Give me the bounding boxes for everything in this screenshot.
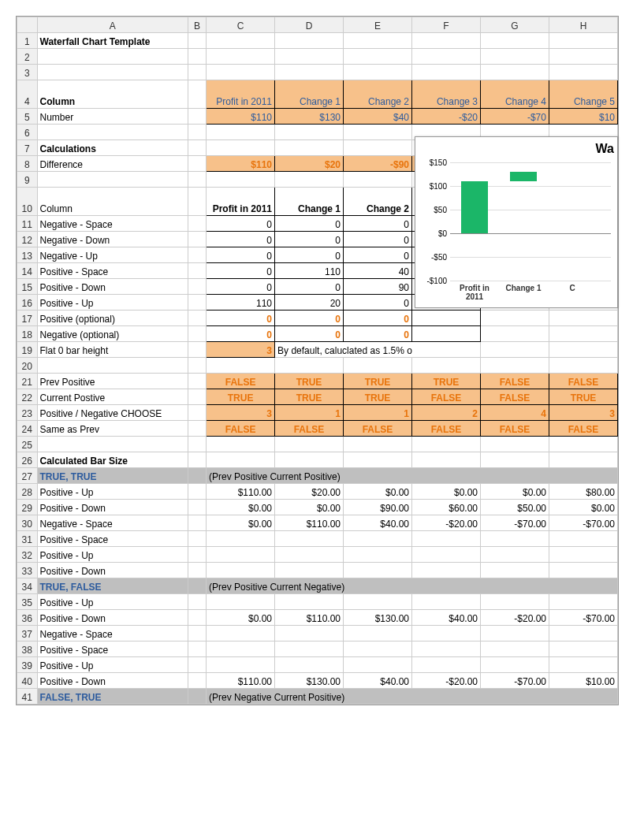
- cell[interactable]: [188, 405, 206, 421]
- cell[interactable]: [188, 389, 206, 405]
- cell[interactable]: [207, 547, 275, 563]
- cell[interactable]: 90: [344, 279, 412, 295]
- cell[interactable]: $130: [275, 109, 344, 125]
- cell[interactable]: Change 4: [481, 80, 549, 109]
- cell[interactable]: -$20.00: [412, 515, 481, 531]
- cell[interactable]: [275, 172, 344, 188]
- cell[interactable]: [37, 49, 188, 65]
- cell[interactable]: [481, 594, 549, 610]
- row-header[interactable]: 22: [17, 389, 38, 405]
- cell[interactable]: [549, 437, 617, 452]
- cell[interactable]: [188, 437, 206, 452]
- cell[interactable]: $40.00: [344, 515, 412, 531]
- cell[interactable]: [481, 547, 549, 563]
- cell[interactable]: $20: [275, 156, 344, 172]
- cell[interactable]: [344, 641, 412, 657]
- cell[interactable]: 110: [207, 295, 275, 311]
- cell[interactable]: [188, 33, 206, 49]
- cell[interactable]: 0: [344, 232, 412, 247]
- cell[interactable]: [188, 531, 206, 547]
- cell[interactable]: [207, 125, 275, 140]
- cell[interactable]: [207, 140, 275, 156]
- row-header[interactable]: 26: [17, 452, 38, 468]
- cell[interactable]: [188, 49, 206, 65]
- row-header[interactable]: 20: [17, 358, 38, 374]
- cell[interactable]: Positive - Down: [37, 279, 188, 295]
- cell[interactable]: Negative - Space: [37, 515, 188, 531]
- cell[interactable]: FALSE: [412, 421, 481, 437]
- row-header[interactable]: 25: [17, 437, 38, 452]
- cell[interactable]: [188, 563, 206, 578]
- cell[interactable]: -$70.00: [481, 515, 549, 531]
- row-header[interactable]: 1: [17, 33, 38, 49]
- cell[interactable]: [481, 358, 549, 374]
- row-header[interactable]: 11: [17, 216, 38, 232]
- cell[interactable]: $110.00: [275, 610, 344, 626]
- cell[interactable]: [481, 452, 549, 468]
- row-header[interactable]: 35: [17, 594, 38, 610]
- cell[interactable]: Positive - Up: [37, 295, 188, 311]
- cell[interactable]: Change 2: [344, 80, 412, 109]
- cell[interactable]: [188, 626, 206, 641]
- cell[interactable]: FALSE: [549, 421, 617, 437]
- cell[interactable]: [549, 547, 617, 563]
- cell[interactable]: [188, 578, 206, 594]
- cell[interactable]: $110: [207, 109, 275, 125]
- cell[interactable]: [188, 295, 206, 311]
- cell[interactable]: [188, 421, 206, 437]
- cell[interactable]: -$70.00: [549, 515, 617, 531]
- col-header[interactable]: B: [188, 17, 206, 33]
- cell[interactable]: TRUE, FALSE: [37, 578, 188, 594]
- cell[interactable]: FALSE, TRUE: [37, 689, 188, 705]
- cell[interactable]: 0: [275, 326, 344, 342]
- cell[interactable]: [549, 452, 617, 468]
- cell[interactable]: TRUE: [344, 389, 412, 405]
- cell[interactable]: (Prev Positive Current Negative): [207, 578, 618, 594]
- cell[interactable]: 0: [344, 295, 412, 311]
- row-header[interactable]: 8: [17, 156, 38, 172]
- cell[interactable]: [481, 311, 549, 326]
- cell[interactable]: $90.00: [344, 500, 412, 515]
- row-header[interactable]: 37: [17, 626, 38, 641]
- cell[interactable]: FALSE: [275, 421, 344, 437]
- row-header[interactable]: 2: [17, 49, 38, 65]
- cell[interactable]: TRUE: [412, 374, 481, 389]
- cell[interactable]: $40.00: [412, 610, 481, 626]
- cell[interactable]: [207, 657, 275, 673]
- cell[interactable]: [344, 172, 412, 188]
- cell[interactable]: [344, 563, 412, 578]
- row-header[interactable]: 28: [17, 484, 38, 500]
- cell[interactable]: [188, 641, 206, 657]
- cell[interactable]: [188, 468, 206, 484]
- cell[interactable]: TRUE, TRUE: [37, 468, 188, 484]
- cell[interactable]: 0: [275, 311, 344, 326]
- cell[interactable]: [188, 125, 206, 140]
- cell[interactable]: $40.00: [344, 673, 412, 689]
- cell[interactable]: 3: [207, 342, 275, 358]
- cell[interactable]: [344, 547, 412, 563]
- cell[interactable]: [188, 109, 206, 125]
- cell[interactable]: [275, 65, 344, 80]
- cell[interactable]: Prev Positive: [37, 374, 188, 389]
- cell[interactable]: FALSE: [207, 421, 275, 437]
- cell[interactable]: [188, 358, 206, 374]
- cell[interactable]: [481, 33, 549, 49]
- cell[interactable]: Positive - Down: [37, 610, 188, 626]
- cell[interactable]: [207, 358, 275, 374]
- cell[interactable]: 0: [275, 279, 344, 295]
- cell[interactable]: $110.00: [207, 484, 275, 500]
- cell[interactable]: 4: [481, 405, 549, 421]
- row-header[interactable]: 10: [17, 188, 38, 216]
- cell[interactable]: [412, 657, 481, 673]
- cell[interactable]: [275, 49, 344, 65]
- grid[interactable]: A B C D E F G H 1Waterfall Chart Templat…: [17, 17, 618, 705]
- cell[interactable]: 0: [207, 247, 275, 263]
- cell[interactable]: Positive - Down: [37, 500, 188, 515]
- cell[interactable]: [549, 65, 617, 80]
- cell[interactable]: -$20.00: [481, 610, 549, 626]
- cell[interactable]: [188, 484, 206, 500]
- row-header[interactable]: 21: [17, 374, 38, 389]
- cell[interactable]: [412, 594, 481, 610]
- cell[interactable]: [207, 641, 275, 657]
- cell[interactable]: -$20.00: [412, 673, 481, 689]
